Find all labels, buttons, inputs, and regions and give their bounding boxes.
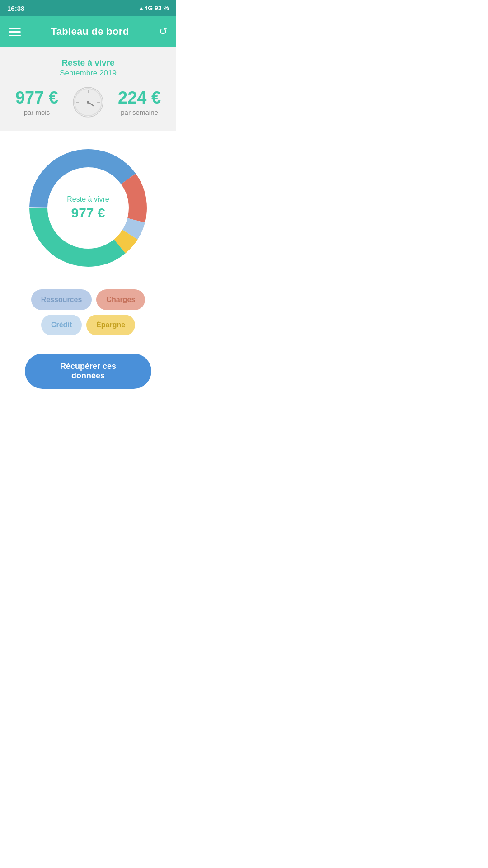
summary-title: Reste à vivre xyxy=(9,58,167,68)
weekly-block: 224 € par semaine xyxy=(118,88,161,116)
weekly-amount: 224 € xyxy=(118,88,161,108)
main-content: Reste à vivre 977 € Ressources Charges C… xyxy=(0,131,176,398)
status-right: ▲4G 93 % xyxy=(138,5,169,12)
gauge-svg xyxy=(72,86,104,118)
monthly-label: par mois xyxy=(15,108,58,116)
category-credit[interactable]: Crédit xyxy=(41,315,82,335)
category-epargne[interactable]: Épargne xyxy=(86,315,135,335)
battery-indicator: 93 % xyxy=(155,5,169,12)
donut-center-label: Reste à vivre xyxy=(67,195,109,203)
categories: Ressources Charges Crédit Épargne xyxy=(9,289,167,335)
gauge-icon xyxy=(72,86,104,118)
category-ressources[interactable]: Ressources xyxy=(31,289,92,310)
summary-card: Reste à vivre Septembre 2019 977 € par m… xyxy=(0,47,176,131)
network-indicator: ▲4G xyxy=(138,5,153,12)
monthly-amount: 977 € xyxy=(15,88,58,108)
svg-point-8 xyxy=(87,101,89,104)
donut-center: Reste à vivre 977 € xyxy=(67,195,109,221)
refresh-button[interactable]: ↺ xyxy=(159,26,167,38)
monthly-block: 977 € par mois xyxy=(15,88,58,116)
header-title: Tableau de bord xyxy=(51,26,129,38)
summary-row: 977 € par mois 224 € par semaine xyxy=(9,86,167,118)
header: Tableau de bord ↺ xyxy=(0,16,176,47)
weekly-label: par semaine xyxy=(118,108,161,116)
status-time: 16:38 xyxy=(7,5,24,12)
cta-button[interactable]: Récupérer ces données xyxy=(25,354,151,389)
menu-button[interactable] xyxy=(9,28,21,36)
donut-chart: Reste à vivre 977 € xyxy=(25,145,151,271)
status-bar: 16:38 ▲4G 93 % xyxy=(0,0,176,16)
summary-subtitle: Septembre 2019 xyxy=(9,69,167,78)
donut-center-amount: 977 € xyxy=(67,205,109,221)
category-charges[interactable]: Charges xyxy=(96,289,145,310)
